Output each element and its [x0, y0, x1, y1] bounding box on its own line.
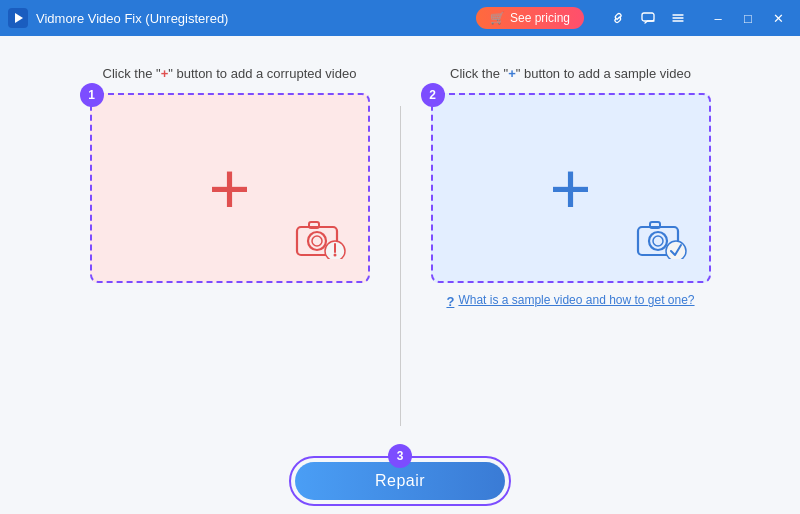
svg-point-14	[649, 232, 667, 250]
right-camera-icon	[634, 215, 689, 263]
svg-rect-16	[650, 222, 660, 228]
maximize-button[interactable]: □	[734, 4, 762, 32]
right-panel: Click the "+" button to add a sample vid…	[411, 66, 731, 309]
chat-icon[interactable]	[636, 6, 660, 30]
main-content: Click the "+" button to add a corrupted …	[0, 36, 800, 514]
repair-area: 3 Repair	[289, 456, 511, 506]
svg-point-12	[333, 254, 336, 257]
panel-divider	[400, 106, 401, 426]
sample-link-text: What is a sample video and how to get on…	[458, 293, 694, 307]
close-button[interactable]: ✕	[764, 4, 792, 32]
left-camera-icon	[293, 215, 348, 263]
right-plus-text: +	[508, 66, 516, 81]
left-plus-text: +	[161, 66, 169, 81]
left-drop-area[interactable]: 1 +	[90, 93, 370, 283]
right-plus-icon: +	[549, 152, 591, 224]
panels-row: Click the "+" button to add a corrupted …	[40, 66, 760, 426]
link-icon[interactable]	[606, 6, 630, 30]
sample-video-link[interactable]: ? What is a sample video and how to get …	[446, 293, 694, 309]
cart-icon: 🛒	[490, 11, 505, 25]
svg-point-8	[312, 236, 322, 246]
left-panel-label: Click the "+" button to add a corrupted …	[103, 66, 357, 81]
left-panel: Click the "+" button to add a corrupted …	[70, 66, 390, 283]
left-plus-icon: +	[208, 152, 250, 224]
titlebar-icons	[606, 6, 690, 30]
svg-rect-2	[642, 13, 654, 21]
right-badge: 2	[421, 83, 445, 107]
window-controls: – □ ✕	[704, 4, 792, 32]
titlebar: Vidmore Video Fix (Unregistered) 🛒 See p…	[0, 0, 800, 36]
minimize-button[interactable]: –	[704, 4, 732, 32]
app-logo-icon	[8, 8, 28, 28]
left-badge: 1	[80, 83, 104, 107]
see-pricing-button[interactable]: 🛒 See pricing	[476, 7, 584, 29]
see-pricing-label: See pricing	[510, 11, 570, 25]
right-panel-label: Click the "+" button to add a sample vid…	[450, 66, 691, 81]
menu-icon[interactable]	[666, 6, 690, 30]
svg-point-15	[653, 236, 663, 246]
repair-badge: 3	[388, 444, 412, 468]
question-icon: ?	[446, 294, 454, 309]
titlebar-title: Vidmore Video Fix (Unregistered)	[36, 11, 228, 26]
right-drop-area[interactable]: 2 +	[431, 93, 711, 283]
titlebar-left: Vidmore Video Fix (Unregistered)	[8, 8, 228, 28]
svg-point-7	[308, 232, 326, 250]
svg-rect-9	[309, 222, 319, 228]
svg-point-17	[666, 241, 686, 259]
